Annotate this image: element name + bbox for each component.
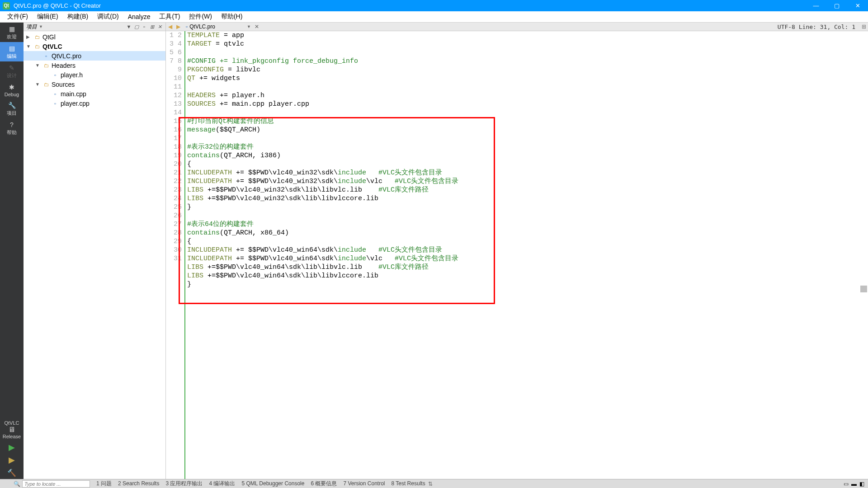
maximize-button[interactable]: ▢ [826,0,847,11]
twist-icon[interactable]: ▼ [35,82,41,87]
tab-close[interactable]: ✕ [255,23,259,30]
panel-toggle-1[interactable]: ▭ [844,481,849,487]
titlebar: Qt QtVLC.pro @ QtVLC - Qt Creator — ▢ ✕ [0,0,868,11]
chevron-down-icon[interactable]: ▼ [247,24,251,29]
plus-icon[interactable]: ▫ [141,23,147,30]
pro-icon: ▫ [42,53,50,59]
mode-design[interactable]: ✎设计 [0,61,24,81]
editor: ◀ ▶ ▫ QtVLC.pro ▼ ✕ UTF-8 Line: 31, Col:… [166,23,868,479]
cursor-position: UTF-8 Line: 31, Col: 1 [778,23,860,30]
h-icon: ▫ [52,72,59,78]
cpp-icon: ▫ [52,91,59,97]
tree-row[interactable]: ▫player.h [24,70,165,80]
wrench-icon: 🔧 [7,102,16,109]
link-icon[interactable]: ▢ [133,23,140,30]
tree-label: Sources [52,81,75,88]
tree-row[interactable]: ▼🗀Headers [24,61,165,70]
menu-item[interactable]: 编辑(E) [33,13,63,21]
gutter: 1 2 3 4 5 6 7 8 9 10 11 12 13 14 15 16 1… [166,31,185,479]
output-panel-button[interactable]: 3 应用程序输出 [165,480,203,487]
tree-label: player.h [61,71,83,79]
tree-row[interactable]: ▼🗀Sources [24,80,165,89]
tab-file[interactable]: ▫ QtVLC.pro ▼ ✕ [182,23,263,31]
mode-edit-label: 编辑 [7,53,17,59]
menu-item[interactable]: 帮助(H) [217,13,247,21]
mode-edit[interactable]: ▤编辑 [0,42,24,61]
build-button[interactable]: 🔨 [0,466,24,479]
split-icon[interactable]: ⊞ [149,23,155,30]
nav-forward[interactable]: ▶ [174,23,182,30]
twist-icon[interactable]: ▼ [35,63,41,68]
document-icon: ▤ [7,45,16,52]
close-panel-icon[interactable]: ✕ [156,23,163,30]
target-name: QtVLC [3,420,21,426]
twist-icon[interactable]: ▶ [26,34,32,39]
target-kit: Release [3,434,21,439]
mode-help[interactable]: ?帮助 [0,118,24,138]
twist-icon[interactable]: ▼ [26,44,32,49]
output-panel-button[interactable]: 2 Search Results [118,480,159,487]
app-icon: Qt [3,2,10,9]
sidebar-header: 项目 ▼ ▼ ▢ ▫ ⊞ ✕ [24,23,165,31]
tree-row[interactable]: ▼🗀QtVLC [24,42,165,51]
tree-row[interactable]: ▶🗀QtGl [24,32,165,42]
code-area[interactable]: 1 2 3 4 5 6 7 8 9 10 11 12 13 14 15 16 1… [166,31,868,479]
menu-item[interactable]: 文件(F) [3,13,33,21]
target-selector[interactable]: QtVLC 🖥 Release [3,418,21,441]
project-sidebar: 项目 ▼ ▼ ▢ ▫ ⊞ ✕ ▶🗀QtGl▼🗀QtVLC▫QtVLC.pro▼🗀… [24,23,166,479]
mode-project[interactable]: 🔧项目 [0,99,24,118]
play-debug-icon: ▶ [9,455,15,465]
scrollbar-thumb[interactable] [860,286,867,292]
hammer-icon: 🔨 [7,469,16,477]
mode-bar: ▦欢迎 ▤编辑 ✎设计 ✱Debug 🔧项目 ?帮助 QtVLC 🖥 Relea… [0,23,24,479]
play-icon: ▶ [9,442,15,452]
tree-row[interactable]: ▫main.cpp [24,89,165,99]
menu-item[interactable]: 构建(B) [63,13,93,21]
sidebar-title: 项目 [26,23,37,31]
chevron-down-icon[interactable]: ▼ [39,24,43,29]
output-panel-button[interactable]: 1 问题 [96,480,112,487]
output-panel-button[interactable]: 6 概要信息 [311,480,337,487]
output-panel-button[interactable]: 7 Version Control [343,480,385,487]
minimize-button[interactable]: — [806,0,826,11]
pro-file-icon: ▫ [186,23,188,30]
editor-split-icon[interactable]: ⊞ [860,23,868,30]
mode-design-label: 设计 [7,73,17,78]
output-panel-button[interactable]: 8 Test Results [391,480,425,487]
help-icon: ? [7,121,16,128]
tab-filename: QtVLC.pro [189,23,215,30]
window-title: QtVLC.pro @ QtVLC - Qt Creator [14,2,806,9]
debug-run-button[interactable]: ▶ [0,454,24,466]
close-button[interactable]: ✕ [847,0,868,11]
tree-label: player.cpp [61,100,90,107]
tree-label: QtVLC [42,43,62,50]
output-panel-button[interactable]: 5 QML Debugger Console [241,480,304,487]
mode-debug[interactable]: ✱Debug [0,81,24,99]
mode-help-label: 帮助 [7,130,17,135]
menu-item[interactable]: 工具(T) [155,13,184,21]
tree-row[interactable]: ▫player.cpp [24,99,165,108]
tree-label: main.cpp [61,90,86,98]
panel-toggle-2[interactable]: ▬ [851,481,857,487]
search-icon: 🔍 [14,481,20,487]
panel-toggle-3[interactable]: ◧ [859,481,864,487]
code-lines[interactable]: TEMPLATE = app TARGET = qtvlc #CONFIG +=… [185,31,868,479]
monitor-icon: 🖥 [3,426,21,434]
cpp-icon: ▫ [52,100,59,107]
menu-item[interactable]: 调试(D) [93,13,123,21]
statusbar: 🔍 1 问题2 Search Results3 应用程序输出4 编译输出5 QM… [0,479,868,488]
run-button[interactable]: ▶ [0,441,24,454]
nav-back[interactable]: ◀ [166,23,174,30]
chevron-up-down-icon[interactable]: ⇅ [428,481,433,487]
menu-item[interactable]: Analyze [123,13,155,20]
menu-item[interactable]: 控件(W) [184,13,217,21]
filter-icon[interactable]: ▼ [126,23,132,30]
locator-input[interactable] [22,480,90,488]
tree-label: QtVLC.pro [52,52,81,60]
tree-label: QtGl [42,33,56,41]
tree-row[interactable]: ▫QtVLC.pro [24,51,165,61]
output-panel-button[interactable]: 4 编译输出 [209,480,235,487]
mode-welcome[interactable]: ▦欢迎 [0,23,24,42]
project-tree[interactable]: ▶🗀QtGl▼🗀QtVLC▫QtVLC.pro▼🗀Headers▫player.… [24,31,165,479]
folder-icon: 🗀 [42,81,50,88]
